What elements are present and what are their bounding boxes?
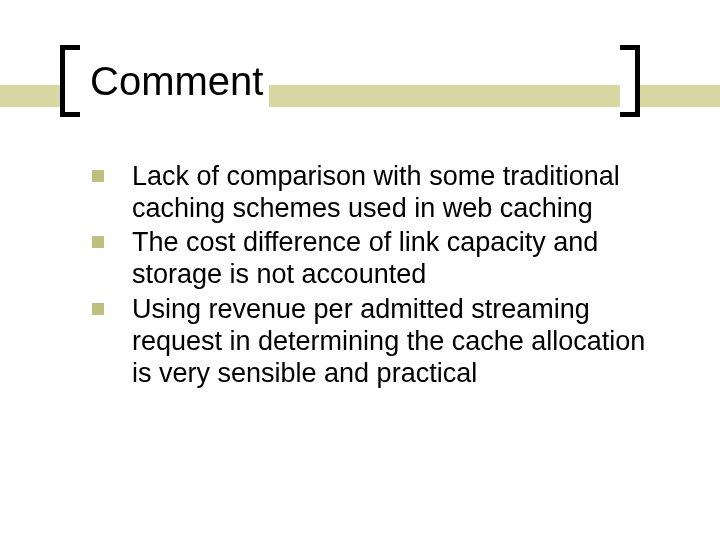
bullet-text: Lack of comparison with some traditional…	[132, 160, 672, 224]
list-item: The cost difference of link capacity and…	[92, 226, 672, 290]
bracket-left-icon	[60, 45, 80, 117]
square-bullet-icon	[92, 303, 104, 315]
square-bullet-icon	[92, 170, 104, 182]
list-item: Using revenue per admitted streaming req…	[92, 293, 672, 389]
title-block: Comment	[60, 45, 269, 117]
list-item: Lack of comparison with some traditional…	[92, 160, 672, 224]
bullet-text: Using revenue per admitted streaming req…	[132, 293, 672, 389]
bracket-right-icon	[620, 45, 640, 117]
bullet-list: Lack of comparison with some traditional…	[92, 160, 672, 391]
square-bullet-icon	[92, 236, 104, 248]
bullet-text: The cost difference of link capacity and…	[132, 226, 672, 290]
slide-title: Comment	[80, 45, 269, 117]
bracket-right-wrap	[620, 45, 640, 121]
